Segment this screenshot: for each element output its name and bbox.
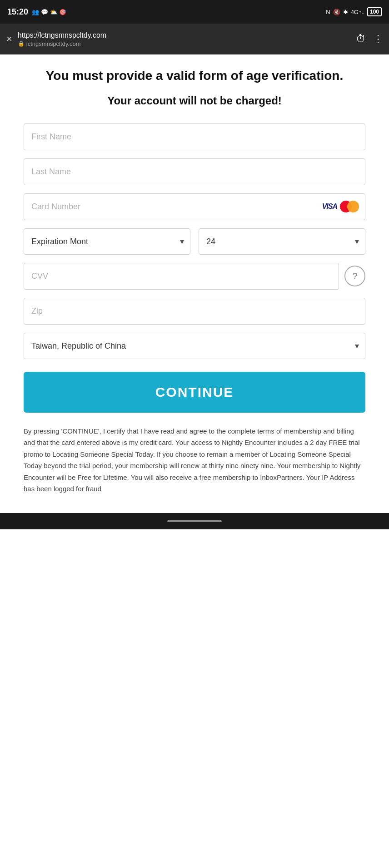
visa-logo: VISA [322,202,337,211]
last-name-input[interactable] [24,158,365,185]
mastercard-yellow-circle [347,201,359,212]
browser-action-buttons: ⏱ ⋮ [356,33,383,45]
status-right-icons: N 🔇 ✱ 4G↑↓ 100 [326,7,382,16]
last-name-group [24,158,365,185]
nfc-icon: N [326,9,330,15]
disclaimer-text: By pressing 'CONTINUE', I certify that I… [24,425,365,495]
country-select[interactable]: Taiwan, Republic of China United States … [24,333,365,359]
cvv-input[interactable] [24,263,339,290]
expiry-year-select[interactable]: 24 25 26 27 28 29 30 [199,228,365,255]
first-name-input[interactable] [24,123,365,150]
card-logos: VISA [322,201,359,212]
bluetooth-icon: ✱ [343,9,348,15]
cvv-input-wrapper [24,263,339,290]
card-number-group: VISA [24,193,365,220]
card-number-input[interactable] [24,193,365,220]
browser-bar: × https://lctngsmnspcltdy.com 🔒 lctngsmn… [0,24,389,54]
cvv-row: ? [24,263,365,290]
battery-indicator: 100 [367,7,382,16]
timer-icon[interactable]: ⏱ [356,33,366,45]
signal-icon: 4G↑↓ [351,9,364,15]
cvv-help-button[interactable]: ? [344,266,365,286]
more-menu-button[interactable]: ⋮ [373,33,383,45]
notification-icons: 👥 💬 ⛅ 🎯 [32,9,66,15]
country-wrapper: Taiwan, Republic of China United States … [24,333,365,359]
main-title: You must provide a valid form of age ver… [24,68,365,84]
continue-button[interactable]: CONTINUE [24,372,365,413]
teams-icon: 👥 [32,9,39,15]
expiry-row: Expiration Mont January February March A… [24,228,365,255]
time-display: 15:20 [7,7,28,17]
sub-title: Your account will not be charged! [24,94,365,107]
weather-icon: ⛅ [50,9,57,15]
browser-url-area: https://lctngsmnspcltdy.com 🔒 lctngsmnsp… [18,31,350,47]
expiry-year-wrapper: 24 25 26 27 28 29 30 ▾ [199,228,365,255]
zip-input[interactable] [24,298,365,325]
browser-domain-text: 🔒 lctngsmnspcltdy.com [18,40,350,47]
zip-group [24,298,365,325]
mastercard-logo [340,201,359,212]
status-time: 15:20 👥 💬 ⛅ 🎯 [7,7,66,17]
mute-icon: 🔇 [333,9,340,15]
pokeball-icon: 🎯 [59,9,66,15]
line-icon: 💬 [41,9,48,15]
expiry-month-wrapper: Expiration Mont January February March A… [24,228,190,255]
status-bar: 15:20 👥 💬 ⛅ 🎯 N 🔇 ✱ 4G↑↓ 100 [0,0,389,24]
home-indicator [167,520,222,522]
browser-close-button[interactable]: × [6,33,12,45]
lock-icon: 🔒 [18,40,25,47]
expiry-month-select[interactable]: Expiration Mont January February March A… [24,228,190,255]
bottom-nav-bar [0,513,389,529]
browser-url-text[interactable]: https://lctngsmnspcltdy.com [18,31,350,39]
first-name-group [24,123,365,150]
page-content: You must provide a valid form of age ver… [0,54,389,513]
